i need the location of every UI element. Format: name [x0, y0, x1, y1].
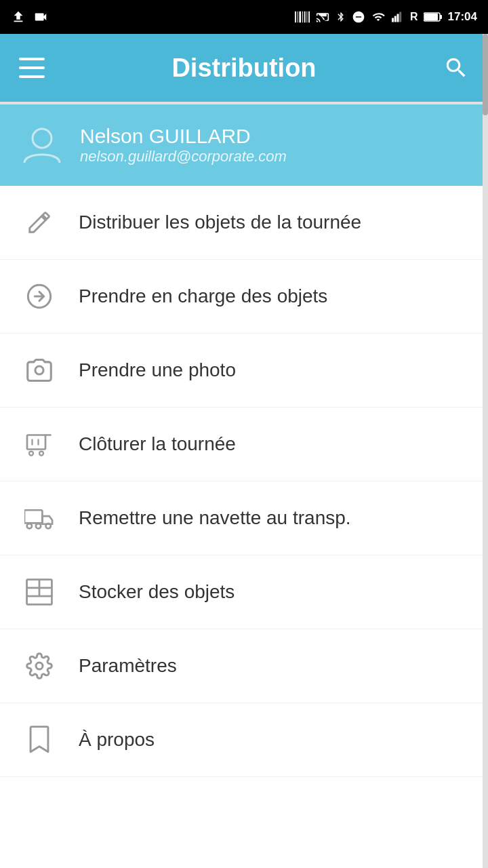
- status-time: 17:04: [448, 10, 477, 24]
- arrow-circle-icon: [22, 279, 57, 314]
- svg-rect-14: [19, 58, 45, 60]
- menu-item-shuttle[interactable]: Remettre une navette au transp.: [0, 481, 488, 555]
- menu-button[interactable]: [19, 58, 45, 78]
- svg-rect-12: [440, 15, 442, 19]
- svg-rect-16: [19, 75, 45, 78]
- menu-item-settings[interactable]: Paramètres: [0, 629, 488, 703]
- menu-item-photo[interactable]: Prendre une photo: [0, 334, 488, 408]
- truck-icon: [22, 500, 57, 536]
- menu-item-about[interactable]: À propos: [0, 703, 488, 777]
- menu-item-store[interactable]: Stocker des objets: [0, 555, 488, 629]
- bookmark-icon: [22, 722, 57, 757]
- svg-point-28: [46, 524, 51, 528]
- status-bar-left: [11, 9, 49, 24]
- menu-item-take-charge[interactable]: Prendre en charge des objets: [0, 260, 488, 334]
- svg-point-22: [39, 452, 43, 456]
- signal-icon: [391, 11, 405, 23]
- svg-rect-7: [392, 18, 394, 22]
- scrollbar-thumb[interactable]: [483, 34, 488, 115]
- menu-label-store: Stocker des objets: [79, 581, 235, 603]
- svg-rect-5: [306, 12, 307, 23]
- user-name: Nelson GUILLARD: [80, 125, 287, 148]
- svg-rect-6: [308, 12, 310, 23]
- menu-list: Distribuer les objets de la tournée Pren…: [0, 186, 488, 777]
- svg-rect-0: [295, 12, 296, 23]
- user-header: Nelson GUILLARD nelson.guillard@corporat…: [0, 104, 488, 186]
- user-info: Nelson GUILLARD nelson.guillard@corporat…: [80, 125, 287, 165]
- camera-icon: [22, 353, 57, 388]
- menu-label-shuttle: Remettre une navette au transp.: [79, 507, 351, 529]
- status-bar: R 17:04: [0, 0, 488, 34]
- svg-point-26: [27, 524, 32, 528]
- wifi-icon: [371, 11, 386, 23]
- status-bar-right: R 17:04: [295, 10, 477, 24]
- svg-rect-15: [19, 66, 45, 69]
- search-button[interactable]: [443, 55, 469, 81]
- cart-icon: [22, 427, 57, 462]
- menu-label-close-tour: Clôturer la tournée: [79, 433, 236, 455]
- bluetooth-icon: [336, 10, 346, 24]
- video-icon: [33, 9, 49, 24]
- storage-icon: [22, 574, 57, 610]
- menu-item-distribute[interactable]: Distribuer les objets de la tournée: [0, 186, 488, 260]
- svg-point-27: [36, 524, 41, 528]
- app-bar-title: Distribution: [171, 54, 316, 83]
- menu-label-take-charge: Prendre en charge des objets: [79, 285, 327, 307]
- r-indicator: R: [410, 11, 418, 23]
- svg-rect-10: [399, 12, 401, 22]
- svg-rect-8: [394, 16, 396, 22]
- svg-rect-13: [424, 14, 438, 20]
- menu-label-about: À propos: [79, 729, 155, 751]
- svg-rect-9: [396, 14, 399, 22]
- user-avatar-icon: [20, 123, 64, 167]
- svg-rect-25: [24, 510, 42, 523]
- svg-point-21: [29, 452, 33, 456]
- cast-icon: [315, 10, 330, 24]
- gear-icon: [22, 648, 57, 684]
- menu-label-distribute: Distribuer les objets de la tournée: [79, 212, 361, 233]
- svg-rect-1: [298, 12, 298, 23]
- battery-icon: [424, 12, 443, 22]
- user-email: nelson.guillard@corporate.com: [80, 148, 287, 165]
- scrollbar[interactable]: [483, 34, 488, 868]
- svg-rect-4: [304, 12, 306, 23]
- menu-label-photo: Prendre une photo: [79, 359, 236, 381]
- minus-circle-icon: [352, 10, 365, 24]
- barcode-icon: [295, 11, 310, 23]
- menu-label-settings: Paramètres: [79, 655, 177, 677]
- pencil-icon: [22, 205, 57, 240]
- upload-icon: [11, 9, 26, 24]
- app-bar: Distribution: [0, 34, 488, 102]
- svg-point-19: [35, 366, 43, 374]
- svg-rect-3: [302, 12, 303, 23]
- svg-point-17: [33, 129, 52, 148]
- svg-rect-2: [299, 12, 301, 23]
- menu-item-close-tour[interactable]: Clôturer la tournée: [0, 408, 488, 481]
- svg-rect-20: [27, 435, 45, 450]
